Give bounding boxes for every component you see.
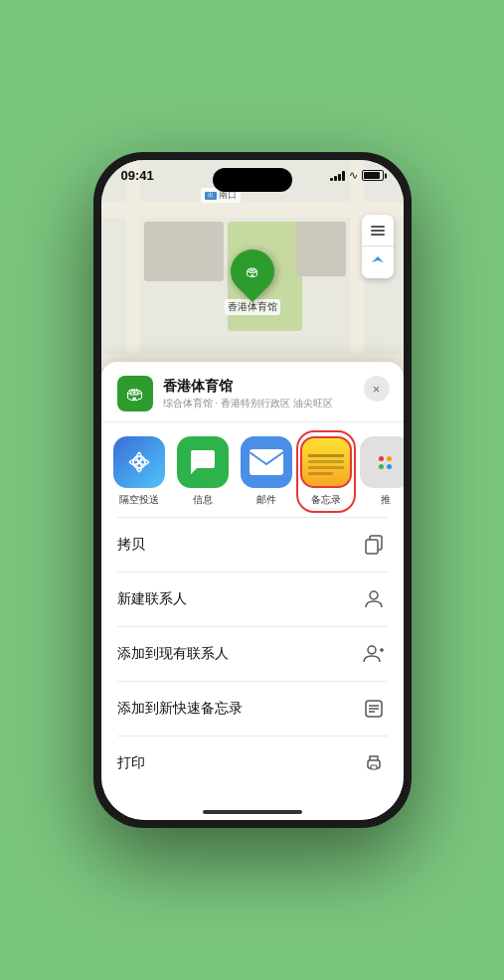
action-new-contact[interactable]: 新建联系人 [117,572,388,627]
svg-rect-17 [371,765,377,769]
action-print[interactable]: 打印 [117,736,388,790]
print-icon [360,749,388,777]
svg-rect-7 [366,540,378,554]
action-copy-label: 拷贝 [117,536,145,554]
memo-icon [360,695,388,723]
dynamic-island [213,168,292,192]
phone-screen: 09:41 ∿ [101,160,404,820]
action-quick-memo[interactable]: 添加到新快速备忘录 [117,682,388,736]
share-app-mail[interactable]: 邮件 [239,436,294,507]
svg-rect-2 [371,234,385,236]
map-pin-inner: 🏟 [237,255,268,287]
map-pin: 🏟 香港体育馆 [225,249,280,315]
share-app-airdrop[interactable]: 隔空投送 [111,436,167,507]
wifi-icon: ∿ [349,169,358,182]
venue-icon: 🏟 [117,376,153,411]
map-pin-circle: 🏟 [221,241,282,302]
more-label: 推 [381,493,391,507]
venue-subtitle: 综合体育馆 · 香港特别行政区 油尖旺区 [163,397,388,410]
action-add-existing-label: 添加到现有联系人 [117,645,229,663]
action-copy[interactable]: 拷贝 [117,518,388,572]
person-add-icon [360,640,388,668]
action-add-existing[interactable]: 添加到现有联系人 [117,627,388,682]
status-time: 09:41 [121,168,154,183]
svg-point-8 [370,591,378,599]
map-controls [362,215,394,278]
mail-label: 邮件 [256,493,276,507]
person-icon [360,585,388,613]
status-icons: ∿ [330,169,384,182]
home-indicator [203,810,302,814]
share-app-more[interactable]: 推 [358,436,404,507]
map-layers-button[interactable] [362,215,394,246]
bottom-sheet: 🏟 香港体育馆 综合体育馆 · 香港特别行政区 油尖旺区 × [101,362,404,820]
airdrop-icon [113,436,165,488]
airdrop-label: 隔空投送 [119,493,159,507]
svg-rect-5 [250,449,283,475]
action-new-contact-label: 新建联系人 [117,590,187,608]
battery-icon [362,170,384,181]
venue-info: 香港体育馆 综合体育馆 · 香港特别行政区 油尖旺区 [163,378,388,410]
copy-icon [360,531,388,559]
messages-icon [177,436,229,488]
sheet-close-button[interactable]: × [364,376,390,402]
svg-rect-1 [371,230,385,232]
share-app-messages[interactable]: 信息 [175,436,231,507]
svg-point-9 [368,646,376,654]
action-list: 拷贝 新建联系人 [117,517,388,790]
mail-icon [241,436,292,488]
action-print-label: 打印 [117,754,145,772]
notes-icon [300,436,352,488]
notes-label: 备忘录 [311,493,341,507]
venue-name: 香港体育馆 [163,378,388,396]
signal-icon [330,171,345,181]
sheet-header: 🏟 香港体育馆 综合体育馆 · 香港特别行政区 油尖旺区 × [101,362,404,422]
phone-frame: 09:41 ∿ [93,152,412,828]
action-quick-memo-label: 添加到新快速备忘录 [117,700,243,718]
svg-rect-0 [371,226,385,228]
map-label-icon: 出 [205,192,217,200]
share-app-notes[interactable]: 备忘录 [298,432,354,511]
map-location-button[interactable] [362,246,394,278]
messages-label: 信息 [193,493,213,507]
more-apps-icon [360,436,404,488]
more-dots [360,436,404,488]
share-apps-row: 隔空投送 信息 [101,422,404,517]
